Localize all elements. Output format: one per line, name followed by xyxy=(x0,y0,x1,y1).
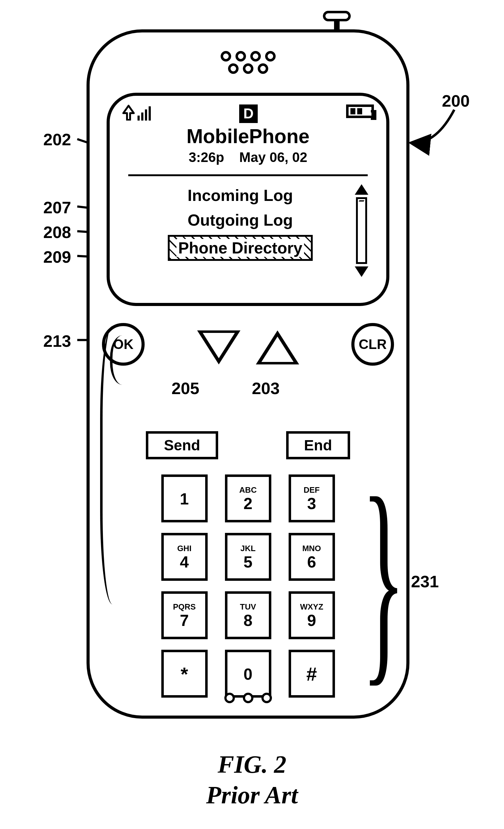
ref-213: 213 xyxy=(43,331,71,351)
key-hash[interactable]: # xyxy=(289,650,335,698)
scroll-down-icon[interactable] xyxy=(355,266,368,277)
menu-list: Incoming Log Outgoing Log Phone Director… xyxy=(135,185,352,277)
mic-holes xyxy=(224,693,272,703)
time-text: 3:26p xyxy=(188,150,224,165)
signal-icon xyxy=(122,105,151,120)
phone-body: D MobilePhone 3:26p May 06, 02 Incoming … xyxy=(86,29,409,719)
mode-badge: D xyxy=(239,105,258,123)
figure-label: FIG. 2 xyxy=(0,751,504,779)
figure-caption: FIG. 2 Prior Art xyxy=(0,748,504,809)
ref-203: 203 xyxy=(252,379,280,398)
date-text: May 06, 02 xyxy=(239,150,307,165)
clock-row: 3:26p May 06, 02 xyxy=(122,150,374,165)
display-screen: D MobilePhone 3:26p May 06, 02 Incoming … xyxy=(107,93,389,306)
scrollbar[interactable] xyxy=(352,184,371,277)
ref-205: 205 xyxy=(172,379,199,398)
scroll-up-icon[interactable] xyxy=(355,184,368,195)
key-9[interactable]: WXYZ9 xyxy=(289,591,335,639)
key-4[interactable]: GHI4 xyxy=(161,533,208,581)
battery-icon xyxy=(346,105,374,118)
ref-207: 207 xyxy=(43,198,71,217)
clr-button[interactable]: CLR xyxy=(351,323,394,366)
nav-up-button[interactable] xyxy=(256,330,299,364)
ref-202: 202 xyxy=(43,130,71,149)
figure-stage: D MobilePhone 3:26p May 06, 02 Incoming … xyxy=(0,0,504,829)
ref-208: 208 xyxy=(43,222,71,242)
antenna xyxy=(323,11,351,30)
nav-down-button[interactable] xyxy=(197,330,241,364)
key-0[interactable]: 0 xyxy=(225,650,271,698)
key-8[interactable]: TUV8 xyxy=(225,591,271,639)
menu-item-outgoing-log[interactable]: Outgoing Log xyxy=(184,210,296,230)
key-3[interactable]: DEF3 xyxy=(289,474,335,522)
ref-200: 200 xyxy=(442,91,470,110)
key-6[interactable]: MNO6 xyxy=(289,533,335,581)
key-1[interactable]: 1 xyxy=(161,474,208,522)
brace-icon: } xyxy=(362,464,405,692)
key-5[interactable]: JKL5 xyxy=(225,533,271,581)
ref-209: 209 xyxy=(43,247,71,266)
menu-item-phone-directory[interactable]: Phone Directory xyxy=(168,235,313,261)
key-2[interactable]: ABC2 xyxy=(225,474,271,522)
divider xyxy=(128,174,368,176)
send-button[interactable]: Send xyxy=(146,431,218,459)
figure-subtitle: Prior Art xyxy=(0,781,504,809)
scroll-track[interactable] xyxy=(356,197,367,264)
signal-bars xyxy=(138,106,151,120)
speaker-grille xyxy=(221,51,276,74)
menu-item-incoming-log[interactable]: Incoming Log xyxy=(184,185,296,205)
carrier-title: MobilePhone xyxy=(122,125,374,148)
end-button[interactable]: End xyxy=(286,431,350,459)
ref-231: 231 xyxy=(411,572,439,591)
keypad: 1 ABC2 DEF3 GHI4 JKL5 MNO6 PQRS7 TUV8 WX… xyxy=(161,474,335,698)
key-7[interactable]: PQRS7 xyxy=(161,591,208,639)
key-star[interactable]: * xyxy=(161,650,208,698)
